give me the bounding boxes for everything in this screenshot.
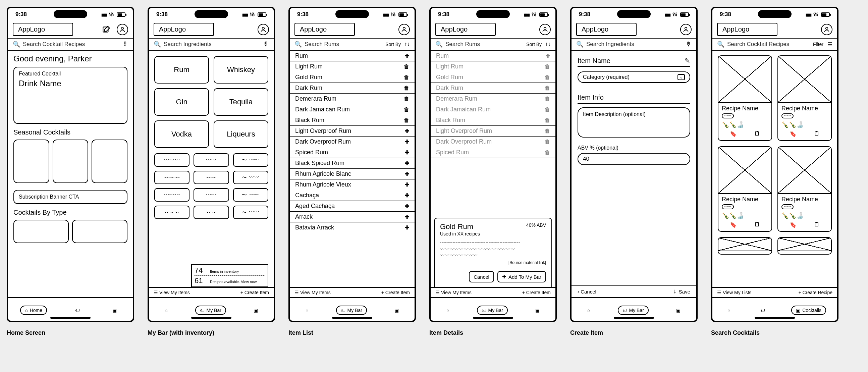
sort-icon[interactable]: ↑↓ [404, 41, 410, 48]
item-row[interactable]: Aged Cachaça [290, 201, 414, 212]
tab-mybar[interactable]: 🏷My Bar [477, 306, 508, 315]
seasonal-card[interactable] [53, 140, 89, 183]
plus-icon[interactable] [405, 170, 409, 178]
plus-icon[interactable] [405, 203, 409, 210]
recipe-card[interactable]: Recipe Name〰〰🍾🍾🍶🔖🗒 [777, 55, 832, 141]
subcategory-card[interactable]: 〜 〰〰 [233, 153, 268, 167]
item-row[interactable]: Gold Rum [290, 72, 414, 83]
mic-icon[interactable]: 🎙 [263, 41, 269, 48]
abv-input[interactable]: 40 [578, 153, 690, 165]
search-bar[interactable]: 🔍 Search Rums Sort By ↑↓ [431, 38, 555, 50]
featured-card[interactable]: Featured Cocktail Drink Name [13, 67, 127, 124]
item-row[interactable]: Dark Overproof Rum [290, 136, 414, 147]
notes-icon[interactable]: 🗒 [754, 130, 760, 137]
stats-box[interactable]: 74Items in inventory 61Recipes available… [191, 264, 268, 287]
tab-cocktails[interactable]: ▣ [672, 306, 685, 314]
item-row[interactable]: Dark Jamaican Rum [290, 104, 414, 115]
trash-icon[interactable] [404, 74, 409, 81]
sort-icon[interactable]: ↑↓ [545, 41, 551, 48]
plus-icon[interactable] [405, 213, 409, 220]
category-card[interactable]: Vodka [154, 120, 209, 148]
plus-icon[interactable] [405, 224, 409, 231]
tab-home[interactable]: ⌂ [302, 306, 312, 314]
trash-icon[interactable] [404, 106, 409, 113]
item-row[interactable]: Batavia Arrack [290, 222, 414, 233]
plus-icon[interactable] [405, 160, 409, 167]
tab-cocktails[interactable]: ▣ [531, 306, 544, 314]
category-card[interactable]: Liqueurs [214, 120, 268, 148]
type-card[interactable] [13, 220, 69, 243]
plus-icon[interactable] [405, 181, 409, 188]
search-bar[interactable]: 🔍 Search Cocktail Recipes Filter ☰ [712, 38, 837, 50]
subcategory-card[interactable]: 〰〰 [193, 153, 229, 167]
create-item-link[interactable]: + Create Item [241, 290, 269, 295]
item-row[interactable]: Rum [290, 51, 414, 61]
tab-cocktails[interactable]: ▣ [250, 306, 262, 314]
plus-icon[interactable] [405, 192, 409, 199]
profile-icon[interactable] [398, 24, 410, 35]
subcategory-card[interactable]: 〜 〰〰 [233, 171, 268, 184]
tab-home[interactable]: ⌂ [161, 306, 172, 314]
item-row[interactable]: Rhum Agricole Blanc [290, 169, 414, 180]
tab-home[interactable]: ⌂ Home [20, 306, 47, 315]
source-link[interactable]: [Source material link] [440, 260, 546, 265]
category-select[interactable]: Category (required) ⌄ [578, 71, 690, 83]
profile-icon[interactable] [680, 24, 691, 35]
tab-home[interactable]: ⌂ [723, 306, 734, 314]
subcategory-card[interactable]: 〰〰〰 [154, 206, 189, 219]
create-recipe-link[interactable]: + Create Recipe [798, 290, 832, 295]
seasonal-card[interactable] [13, 140, 49, 183]
profile-icon[interactable] [539, 24, 551, 35]
subscription-cta[interactable]: Subscription Banner CTA [13, 190, 127, 204]
create-item-link[interactable]: + Create Item [381, 290, 410, 295]
create-item-link[interactable]: + Create Item [522, 290, 551, 295]
plus-icon[interactable] [405, 138, 409, 145]
mic-icon[interactable]: 🎙 [686, 41, 691, 48]
tab-mybar[interactable]: 🏷My Bar [618, 306, 649, 315]
subcategory-card[interactable]: 〜 〰〰 [233, 188, 268, 202]
subcategory-card[interactable]: 〰〰〰 [154, 188, 189, 202]
profile-icon[interactable] [821, 24, 832, 35]
search-bar[interactable]: 🔍 Search Ingredients 🎙 [571, 38, 696, 50]
view-my-lists-link[interactable]: ☰View My Lists [717, 290, 751, 295]
item-name-field[interactable]: Item Name ✎ [578, 55, 690, 67]
tab-mybar[interactable]: 🏷My Bar [195, 306, 226, 315]
item-row[interactable]: Demerara Rum [290, 94, 414, 104]
notes-icon[interactable]: 🗒 [754, 221, 760, 228]
trash-icon[interactable] [404, 63, 409, 70]
used-in-link[interactable]: Used in XX recipes [440, 231, 546, 237]
item-row[interactable]: Rhum Agricole Vieux [290, 180, 414, 190]
item-row[interactable]: Light Overproof Rum [290, 126, 414, 136]
trash-icon[interactable] [404, 95, 409, 102]
seasonal-card[interactable] [92, 140, 127, 183]
subcategory-card[interactable]: 〰〰 [193, 171, 229, 184]
subcategory-card[interactable]: 〰〰〰 [154, 171, 189, 184]
item-row[interactable]: Black Spiced Rum [290, 158, 414, 169]
bookmark-icon[interactable]: 🔖 [789, 130, 797, 137]
subcategory-card[interactable]: 〰〰〰 [154, 153, 189, 167]
recipe-card[interactable] [718, 237, 772, 255]
category-card[interactable]: Rum [154, 56, 209, 84]
category-card[interactable]: Whiskey [214, 56, 268, 84]
tab-mybar[interactable]: 🏷 [71, 306, 84, 314]
bookmark-icon[interactable]: 🔖 [789, 221, 797, 228]
search-bar[interactable]: 🔍 Search Ingredients 🎙 [149, 38, 274, 50]
search-bar[interactable]: 🔍 Search Rums Sort By ↑↓ [290, 38, 414, 50]
trash-icon[interactable] [404, 117, 409, 124]
recipe-card[interactable]: Recipe Name〰〰🍾🍾🍶🔖🗒 [718, 146, 772, 232]
tab-mybar[interactable]: 🏷 [756, 306, 769, 314]
item-description-field[interactable]: Item Description (optional) [578, 107, 690, 137]
recipe-card[interactable]: Recipe Name〰〰🍾🍾🍶🔖🗒 [718, 55, 772, 141]
profile-icon[interactable] [117, 24, 128, 35]
compose-icon[interactable] [101, 24, 112, 35]
bookmark-icon[interactable]: 🔖 [730, 130, 737, 137]
trash-icon[interactable] [404, 85, 409, 92]
plus-icon[interactable] [405, 52, 409, 59]
subcategory-card[interactable]: 〰〰 [193, 188, 229, 202]
subcategory-card[interactable]: 〰〰 [193, 206, 229, 219]
item-row[interactable]: Dark Rum [290, 83, 414, 94]
item-row[interactable]: Spiced Rum [290, 147, 414, 158]
save-button[interactable]: ⭳ Save [673, 289, 690, 294]
cancel-button[interactable]: Cancel [469, 271, 494, 282]
tab-cocktails[interactable]: ▣Cocktails [791, 306, 826, 315]
